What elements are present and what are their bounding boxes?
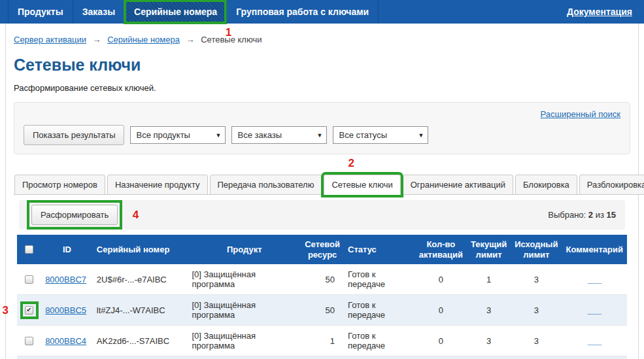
products-select-value: Все продукты <box>136 130 190 140</box>
breadcrumb: Сервер активации → Серийные номера → Сет… <box>14 24 630 44</box>
chevron-down-icon: ▼ <box>216 132 222 139</box>
serial-cell: w$$n5X-...-27AIBC <box>93 356 188 359</box>
tab-network-keys[interactable]: Сетевые ключи 2 <box>324 175 400 195</box>
serial-cell: AK2zd6-...-S7AIBC <box>93 326 188 356</box>
col-header-serial: Серийный номер <box>93 235 188 264</box>
nav-item-orders[interactable]: Заказы <box>73 0 124 24</box>
current-limit-cell: 3 <box>467 356 511 359</box>
tab-bar: Просмотр номеров Назначение продукту Пер… <box>14 175 630 195</box>
total-count: 15 <box>607 210 616 220</box>
activation-count-cell: 0 <box>415 295 467 326</box>
keys-table: ID Серийный номер Продукт Сетевой ресурс… <box>17 235 627 359</box>
tab-transfer-to-user[interactable]: Передача пользователю <box>210 175 322 195</box>
page-title: Сетевые ключи <box>14 56 630 75</box>
initial-limit-cell: 3 <box>511 326 562 356</box>
top-navigation: Продукты Заказы Серийные номера 1 Группо… <box>0 0 644 24</box>
tab-unlock[interactable]: Разблокировка <box>579 175 644 195</box>
key-id-link[interactable]: 8000BBC7 <box>45 275 86 284</box>
col-header-status: Статус <box>344 235 415 264</box>
col-header-activation-count: Кол-во активаций <box>415 235 467 264</box>
orders-select-value: Все заказы <box>237 130 282 140</box>
network-resource-cell: 50 <box>301 264 344 295</box>
initial-limit-cell: 3 <box>511 295 562 326</box>
selection-summary: Выбрано: 2 из 15 <box>548 210 616 220</box>
serial-cell: 2U$#6r-...-e7AIBC <box>93 264 188 295</box>
orders-select[interactable]: Все заказы ▼ <box>231 126 327 144</box>
annotation-step-3: 3 <box>3 305 8 316</box>
current-limit-cell: 1 <box>467 264 511 295</box>
breadcrumb-serial-numbers[interactable]: Серийные номера <box>107 35 180 44</box>
col-header-id: ID <box>41 235 93 264</box>
col-header-network-resource: Сетевой ресурс <box>301 235 344 264</box>
row-checkbox[interactable] <box>25 306 33 315</box>
status-cell: Готов к активации <box>344 356 415 359</box>
status-cell: Готов к передаче <box>344 264 415 295</box>
annotation-step-1: 1 <box>226 27 231 38</box>
select-all-checkbox[interactable] <box>25 245 33 254</box>
network-resource-cell: 50 <box>301 295 344 326</box>
activation-count-cell: 0 <box>415 326 467 356</box>
table-row: 38000BBBDw$$n5X-...-27AIBC[13] Отладочны… <box>17 356 627 359</box>
status-cell: Готов к передаче <box>344 326 415 356</box>
tab-label: Сетевые ключи <box>331 180 392 190</box>
annotation-step-4: 4 <box>133 209 139 220</box>
comment-link[interactable]: ___ <box>587 275 602 284</box>
table-toolbar: Расформировать 4 Выбрано: 2 из 15 <box>19 200 625 230</box>
nav-item-group-key-work[interactable]: Групповая работа с ключами <box>226 0 379 24</box>
table-row: 8000BBC4AK2zd6-...-S7AIBC[0] Защищённая … <box>17 326 627 356</box>
products-select[interactable]: Все продукты ▼ <box>130 126 226 144</box>
tab-lock[interactable]: Блокировка <box>515 175 577 195</box>
col-header-initial-limit: Исходный лимит <box>511 235 562 264</box>
initial-limit-cell: 3 <box>511 356 562 359</box>
show-results-button[interactable]: Показать результаты <box>24 125 124 145</box>
advanced-search-link[interactable]: Расширенный поиск <box>541 109 620 119</box>
breadcrumb-separator: → <box>93 35 101 44</box>
key-id-link[interactable]: 8000BBC4 <box>45 336 86 346</box>
nav-item-serial-numbers[interactable]: Серийные номера 1 <box>124 0 226 24</box>
breadcrumb-separator: → <box>186 35 195 44</box>
disband-button[interactable]: Расформировать <box>31 205 118 225</box>
col-header-product: Продукт <box>188 235 301 264</box>
network-resource-cell: 1 <box>301 326 344 356</box>
tab-activation-limit[interactable]: Ограничение активаций <box>403 175 513 195</box>
table-header-row: ID Серийный номер Продукт Сетевой ресурс… <box>17 235 627 264</box>
selected-count: 2 <box>588 210 593 220</box>
breadcrumb-activation-server[interactable]: Сервер активации <box>14 35 86 44</box>
disband-button-highlight: Расформировать 4 <box>31 205 118 225</box>
serial-cell: lt#ZJ4-...-W7AIBC <box>93 295 188 326</box>
statuses-select[interactable]: Все статусы ▼ <box>333 126 428 144</box>
product-cell: [0] Защищённая программа <box>188 264 301 295</box>
product-cell: [13] Отладочный ключ для ТТП <box>188 356 301 359</box>
network-resource-cell: 2 <box>301 356 344 359</box>
nav-item-label: Серийные номера <box>134 7 217 17</box>
row-checkbox-wrap <box>20 332 39 350</box>
product-cell: [0] Защищённая программа <box>188 295 301 326</box>
filter-panel: Расширенный поиск Показать результаты Вс… <box>14 102 630 154</box>
statuses-select-value: Все статусы <box>339 130 387 140</box>
key-id-link[interactable]: 8000BBC5 <box>45 305 86 315</box>
page-container: Сервер активации → Серийные номера → Сет… <box>5 24 639 359</box>
product-cell: [0] Защищённая программа <box>188 326 301 356</box>
row-checkbox[interactable] <box>25 337 33 345</box>
table-body: 8000BBC72U$#6r-...-e7AIBC[0] Защищённая … <box>17 264 627 359</box>
status-cell: Готов к передаче <box>344 295 415 326</box>
page-subtitle: Расформирование сетевых ключей. <box>14 83 630 93</box>
row-checkbox-wrap <box>20 271 39 288</box>
tab-assign-product[interactable]: Назначение продукту <box>107 175 208 195</box>
chevron-down-icon: ▼ <box>418 132 424 139</box>
comment-link[interactable]: ___ <box>587 305 602 315</box>
row-checkbox[interactable] <box>25 275 33 284</box>
nav-item-products[interactable]: Продукты <box>8 0 73 24</box>
col-header-current-limit: Текущий лимит <box>467 235 511 264</box>
initial-limit-cell: 3 <box>511 264 562 295</box>
activation-count-cell: 0 <box>415 264 467 295</box>
table-row: 38000BBC5lt#ZJ4-...-W7AIBC[0] Защищённая… <box>17 295 627 326</box>
comment-link[interactable]: ___ <box>587 336 602 346</box>
chevron-down-icon: ▼ <box>317 132 323 139</box>
documentation-link[interactable]: Документация <box>567 7 632 17</box>
tab-view-numbers[interactable]: Просмотр номеров <box>14 175 105 195</box>
col-header-comment: Комментарий <box>562 235 627 264</box>
current-limit-cell: 3 <box>467 326 511 356</box>
table-row: 8000BBC72U$#6r-...-e7AIBC[0] Защищённая … <box>17 264 627 295</box>
annotation-step-2: 2 <box>348 158 354 169</box>
